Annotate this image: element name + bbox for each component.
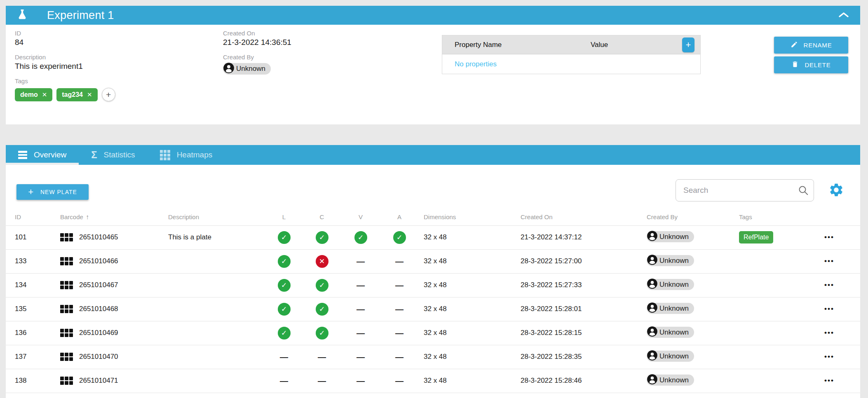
tab-label: Heatmaps bbox=[177, 150, 213, 159]
plate-dimensions-cell: 32 x 48 bbox=[419, 273, 516, 297]
column-header-c[interactable]: C bbox=[303, 209, 341, 225]
table-row[interactable]: 134 2651010467 ✓ ✓ — — 32 x 48 28-3-2022… bbox=[6, 273, 860, 297]
column-header-barcode[interactable]: Barcode↑ bbox=[55, 209, 163, 225]
plate-tag-badge[interactable]: RefPlate bbox=[739, 231, 773, 243]
tag-chip[interactable]: tag234 ✕ bbox=[56, 88, 97, 101]
table-header-row: ID Barcode↑ Description L C V A Dimensio… bbox=[6, 209, 860, 225]
plus-icon: + bbox=[28, 187, 34, 197]
table-row[interactable]: 101 2651010465 This is a plate ✓ ✓ ✓ ✓ 3… bbox=[6, 225, 860, 249]
column-header-created-by[interactable]: Created By bbox=[642, 209, 734, 225]
pencil-icon bbox=[791, 41, 798, 49]
tag-chip-label: demo bbox=[20, 91, 38, 98]
plate-created-on-cell: 28-3-2022 15:28:15 bbox=[516, 321, 642, 345]
row-actions-button[interactable]: ••• bbox=[824, 257, 834, 265]
plate-dimensions-cell: 32 x 48 bbox=[419, 345, 516, 369]
no-properties-text: No properties bbox=[455, 60, 497, 68]
details-column-left: ID 84 Description This is experiment1 Ta… bbox=[15, 30, 115, 101]
status-l-icon: — bbox=[280, 376, 288, 386]
status-c-icon: — bbox=[318, 352, 326, 362]
column-header-tags[interactable]: Tags bbox=[734, 209, 811, 225]
plate-barcode-cell: 2651010470 bbox=[55, 345, 163, 369]
plate-dimensions-cell: 32 x 48 bbox=[419, 369, 516, 393]
status-v-cell: — bbox=[341, 297, 380, 321]
plate-dimensions-cell: 32 x 48 bbox=[419, 225, 516, 249]
plate-id-cell: 135 bbox=[6, 297, 55, 321]
status-v-cell: — bbox=[341, 321, 380, 345]
new-plate-button[interactable]: + NEW PLATE bbox=[16, 184, 89, 200]
created-by-chip: Unknown bbox=[647, 351, 694, 362]
column-header-a[interactable]: A bbox=[380, 209, 419, 225]
plate-created-on-cell: 28-3-2022 15:28:01 bbox=[516, 297, 642, 321]
remove-tag-icon[interactable]: ✕ bbox=[87, 91, 92, 98]
created-by-value: Unknown bbox=[659, 233, 689, 241]
column-header-id[interactable]: ID bbox=[6, 209, 55, 225]
created-by-chip: Unknown bbox=[223, 63, 271, 75]
column-header-v[interactable]: V bbox=[341, 209, 380, 225]
avatar-icon bbox=[647, 350, 658, 363]
status-a-icon: — bbox=[395, 328, 404, 338]
description-value: This is experiment1 bbox=[15, 62, 115, 71]
settings-button[interactable] bbox=[828, 182, 844, 199]
status-l-cell: — bbox=[265, 345, 303, 369]
plate-created-by-cell: Unknown bbox=[642, 297, 734, 321]
status-a-icon: — bbox=[395, 352, 404, 362]
tags-label: Tags bbox=[15, 77, 115, 84]
avatar-icon bbox=[647, 278, 658, 291]
search-input[interactable] bbox=[676, 179, 814, 201]
table-row[interactable]: 135 2651010468 ✓ ✓ — — 32 x 48 28-3-2022… bbox=[6, 297, 860, 321]
properties-header: Property Name Value + bbox=[442, 35, 700, 54]
properties-panel: Property Name Value + No properties bbox=[442, 35, 701, 74]
plate-tags-cell bbox=[734, 273, 811, 297]
search-box bbox=[676, 179, 814, 201]
tab-statistics[interactable]: Σ Statistics bbox=[79, 145, 147, 165]
table-row[interactable]: 138 2651010471 — — — — 32 x 48 28-3-2022… bbox=[6, 369, 860, 393]
column-header-label: Barcode bbox=[60, 213, 83, 220]
column-header-description[interactable]: Description bbox=[163, 209, 265, 225]
list-icon bbox=[18, 151, 27, 159]
plate-actions-cell: ••• bbox=[811, 273, 860, 297]
table-row[interactable]: 133 2651010466 ✓ ✕ — — 32 x 48 28-3-2022… bbox=[6, 249, 860, 273]
status-l-icon: ✓ bbox=[278, 255, 291, 268]
status-c-cell: ✓ bbox=[303, 273, 341, 297]
table-row[interactable]: 136 2651010469 ✓ ✓ — — 32 x 48 28-3-2022… bbox=[6, 321, 860, 345]
tag-chip[interactable]: demo ✕ bbox=[15, 88, 52, 101]
row-actions-button[interactable]: ••• bbox=[824, 281, 834, 289]
collapse-panel-button[interactable] bbox=[838, 11, 849, 19]
add-tag-button[interactable]: + bbox=[102, 88, 115, 101]
plate-barcode: 2651010468 bbox=[79, 305, 118, 313]
add-property-button[interactable]: + bbox=[682, 37, 694, 52]
created-by-chip: Unknown bbox=[647, 375, 694, 386]
tab-heatmaps[interactable]: Heatmaps bbox=[148, 145, 225, 165]
plate-dimensions-cell: 32 x 48 bbox=[419, 321, 516, 345]
row-actions-button[interactable]: ••• bbox=[824, 329, 834, 337]
search-icon[interactable] bbox=[798, 185, 809, 198]
delete-button[interactable]: DELETE bbox=[774, 56, 848, 73]
status-c-cell: — bbox=[303, 345, 341, 369]
avatar-icon bbox=[223, 62, 235, 75]
row-actions-button[interactable]: ••• bbox=[824, 233, 834, 241]
status-c-cell: ✕ bbox=[303, 249, 341, 273]
remove-tag-icon[interactable]: ✕ bbox=[42, 91, 47, 98]
column-header-created-on[interactable]: Created On bbox=[516, 209, 642, 225]
property-value-header: Value bbox=[591, 41, 682, 49]
row-actions-button[interactable]: ••• bbox=[824, 305, 834, 313]
plate-id-cell: 137 bbox=[6, 345, 55, 369]
plate-barcode: 2651010465 bbox=[79, 233, 118, 241]
plate-created-on-cell: 28-3-2022 15:27:33 bbox=[516, 273, 642, 297]
experiment-details-panel: ID 84 Description This is experiment1 Ta… bbox=[6, 25, 860, 124]
plate-actions-cell: ••• bbox=[811, 345, 860, 369]
plate-created-by-cell: Unknown bbox=[642, 225, 734, 249]
column-header-dimensions[interactable]: Dimensions bbox=[419, 209, 516, 225]
tab-overview[interactable]: Overview bbox=[6, 145, 79, 165]
row-actions-button[interactable]: ••• bbox=[824, 353, 834, 361]
status-a-cell: — bbox=[380, 297, 419, 321]
column-header-l[interactable]: L bbox=[265, 209, 303, 225]
delete-button-label: DELETE bbox=[805, 61, 830, 68]
table-row[interactable]: 137 2651010470 — — — — 32 x 48 28-3-2022… bbox=[6, 345, 860, 369]
status-l-cell: — bbox=[265, 369, 303, 393]
plate-description-cell bbox=[163, 297, 265, 321]
tag-chip-label: tag234 bbox=[62, 91, 83, 98]
rename-button[interactable]: RENAME bbox=[774, 37, 848, 54]
status-v-cell: — bbox=[341, 249, 380, 273]
row-actions-button[interactable]: ••• bbox=[824, 377, 834, 385]
